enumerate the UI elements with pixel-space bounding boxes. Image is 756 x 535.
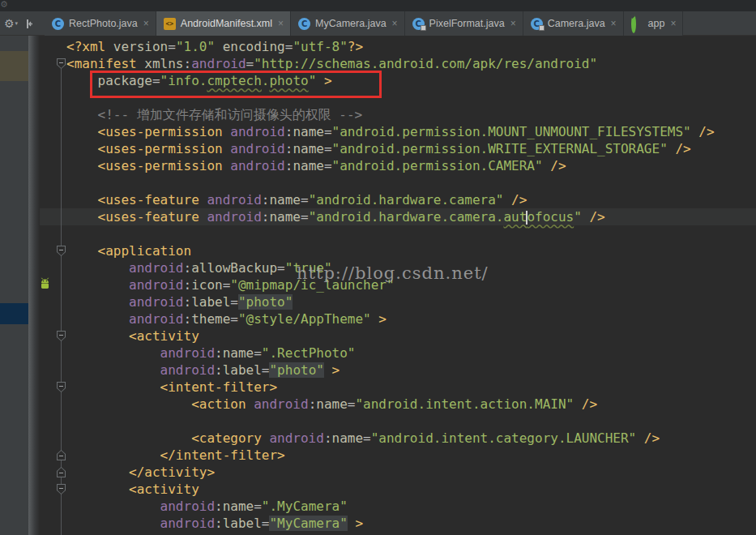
fold-marker-down-icon[interactable] [57,484,66,494]
close-icon[interactable]: × [278,19,284,28]
code-line[interactable] [66,174,715,191]
code-line[interactable]: <activity [66,481,715,498]
code-line[interactable]: android:name=".MyCamera" [66,498,715,515]
code-line[interactable]: <manifest xmlns:android="http://schemas.… [66,55,715,72]
ide-window: ⚙ ⚙▾ CRectPhoto.java×<>AndroidManifest.x… [0,0,756,535]
tree-item-highlight[interactable] [0,51,28,81]
project-tree-strip[interactable] [0,36,28,535]
editor-pane[interactable]: <?xml version="1.0" encoding="utf-8"?><m… [40,36,756,535]
header-row: ⚙▾ CRectPhoto.java×<>AndroidManifest.xml… [0,11,756,36]
fold-marker-down-icon[interactable] [57,331,66,341]
fold-guide-line [61,69,62,535]
tab-label: PixelFormat.java [429,18,505,29]
code-line[interactable]: <uses-feature android:name="android.hard… [66,208,715,225]
tab-label: app [648,18,665,29]
tab-mycamera-java[interactable]: CMyCamera.java× [291,11,405,36]
fold-marker-down-icon[interactable] [57,382,66,392]
code-line[interactable] [66,225,715,242]
code-line[interactable]: <activity [66,327,715,345]
tab-label: Camera.java [548,18,605,29]
code-line[interactable]: <application [66,242,715,259]
fold-marker-down-icon[interactable] [57,58,66,69]
code-line[interactable]: android:label="photo" [66,293,715,310]
code-line[interactable]: android:label="photo" > [66,362,715,379]
project-panel-toolbar: ⚙▾ [0,11,45,36]
fold-marker-down-icon[interactable] [57,246,66,256]
close-icon[interactable]: × [392,19,398,28]
close-icon[interactable]: × [611,19,617,28]
mini-gear-icon: ⚙ [0,0,8,9]
tree-item-selected[interactable] [0,303,28,324]
code-line[interactable]: <uses-feature android:name="android.hard… [66,191,715,208]
code-line[interactable]: <uses-permission android:name="android.p… [66,157,715,174]
watermark-text: http://blog.csdn.net/ [297,263,489,283]
fold-marker-up-icon[interactable] [57,450,66,460]
code-line[interactable]: <uses-permission android:name="android.p… [66,140,715,157]
tab-pixelformat-java[interactable]: CPixelFormat.java× [405,11,523,36]
window-top-strip: ⚙ [0,0,756,11]
tab-label: MyCamera.java [315,18,387,29]
code-line[interactable]: <category android:name="android.intent.c… [66,430,715,447]
code-line[interactable] [66,413,715,430]
java-class-icon: C [298,17,311,30]
code-line[interactable]: <intent-filter> [66,379,715,396]
annotation-red-box [90,71,382,98]
java-class-icon: C [52,17,65,30]
hide-panel-icon[interactable] [23,19,33,29]
code-line[interactable]: android:name=".RectPhoto" [66,345,715,362]
tab-label: RectPhoto.java [69,18,138,29]
code-line[interactable]: </activity> [66,464,715,481]
android-robot-icon[interactable] [38,277,52,293]
java-class-locked-icon: C [531,17,544,30]
android-app-icon [631,17,644,30]
close-icon[interactable]: × [143,19,149,28]
gear-icon[interactable]: ⚙▾ [4,18,18,29]
code-line[interactable]: <?xml version="1.0" encoding="utf-8"?> [66,38,715,55]
tab-rectphoto-java[interactable]: CRectPhoto.java× [45,11,156,36]
code-line[interactable]: <action android:name="android.intent.act… [66,396,715,413]
java-class-locked-icon: C [412,17,425,30]
tab-camera-java[interactable]: CCamera.java× [523,11,624,36]
fold-marker-up-icon[interactable] [57,467,66,477]
android-manifest-icon: <> [164,17,177,30]
code-lines[interactable]: <?xml version="1.0" encoding="utf-8"?><m… [66,38,715,532]
code-line[interactable]: <uses-permission android:name="android.p… [66,123,715,140]
code-line[interactable]: android:theme="@style/AppTheme" > [66,310,715,327]
tab-label: AndroidManifest.xml [181,18,272,29]
close-icon[interactable]: × [510,19,516,28]
tab-androidmanifest-xml[interactable]: <>AndroidManifest.xml× [156,11,291,36]
editor-tab-bar: CRectPhoto.java×<>AndroidManifest.xml×CM… [45,11,683,36]
tab-app[interactable]: app× [624,11,684,36]
close-icon[interactable]: × [670,19,676,28]
code-line[interactable]: android:label="MyCamera" > [66,515,715,532]
main-area: <?xml version="1.0" encoding="utf-8"?><m… [0,36,756,535]
code-line[interactable]: <!-- 增加文件存储和访问摄像头的权限 --> [66,106,715,123]
code-line[interactable]: </intent-filter> [66,447,715,464]
